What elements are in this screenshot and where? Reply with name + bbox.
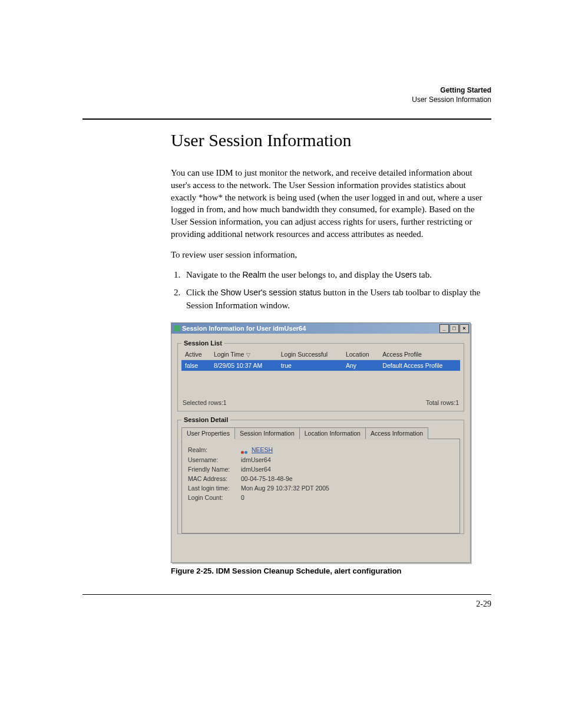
realm-link[interactable]: NEESH — [252, 446, 273, 453]
col-location[interactable]: Location — [342, 349, 379, 360]
cell-access-profile: Default Access Profile — [379, 360, 460, 371]
tab-user-properties[interactable]: User Properties — [181, 427, 235, 439]
running-header-topic: User Session Information — [412, 95, 491, 104]
selected-rows: Selected rows:1 — [183, 399, 227, 406]
col-access-profile[interactable]: Access Profile — [379, 349, 460, 360]
steps-list: Navigate to the Realm the user belongs t… — [171, 269, 491, 312]
tab-location-information[interactable]: Location Information — [299, 427, 366, 439]
prop-username-label: Username: — [188, 456, 241, 463]
prop-lastlogin-label: Last login time: — [188, 485, 241, 492]
titlebar[interactable]: Session Information for User idmUser64 _… — [171, 323, 470, 334]
minimize-button[interactable]: _ — [439, 324, 449, 333]
prop-lastlogin-value: Mon Aug 29 10:37:32 PDT 2005 — [241, 485, 329, 492]
page-number: 2-29 — [82, 599, 491, 609]
session-list-legend: Session List — [181, 340, 224, 347]
ui-ref-users: Users — [395, 270, 417, 279]
running-header-section: Getting Started — [440, 86, 491, 94]
rule-top — [82, 118, 491, 120]
cell-active: false — [181, 360, 210, 371]
tab-session-information[interactable]: Session Information — [234, 427, 300, 439]
users-icon — [241, 448, 249, 454]
session-detail-legend: Session Detail — [181, 416, 230, 423]
prop-friendly-label: Friendly Name: — [188, 466, 241, 473]
intro-paragraph: You can use IDM to just monitor the netw… — [171, 167, 491, 240]
col-login-time[interactable]: Login Time▽ — [210, 349, 277, 360]
prop-username-value: idmUser64 — [241, 456, 271, 463]
cell-login-time: 8/29/05 10:37 AM — [210, 360, 277, 371]
cell-location: Any — [342, 360, 379, 371]
col-active[interactable]: Active — [181, 349, 210, 360]
ui-ref-realm: Realm — [242, 270, 266, 279]
step-2: Click the Show User's session status but… — [183, 286, 491, 312]
prop-logincount-value: 0 — [241, 494, 244, 501]
prop-friendly-value: idmUser64 — [241, 466, 271, 473]
detail-tabs: User Properties Session Information Loca… — [181, 427, 460, 439]
rule-bottom — [82, 594, 491, 595]
lead-in-paragraph: To review user session information, — [171, 249, 491, 261]
session-list-table[interactable]: Active Login Time▽ Login Successful Loca… — [181, 349, 460, 371]
prop-mac-label: MAC Address: — [188, 475, 241, 482]
running-header: Getting Started User Session Information — [82, 85, 491, 104]
window-title: Session Information for User idmUser64 — [182, 325, 306, 332]
step-1: Navigate to the Realm the user belongs t… — [183, 269, 491, 282]
session-detail-group: Session Detail User Properties Session I… — [177, 416, 464, 533]
prop-mac-value: 00-04-75-18-48-9e — [241, 475, 293, 482]
session-list-group: Session List Active Login Time▽ Login Su… — [177, 340, 464, 411]
cell-login-successful: true — [277, 360, 342, 371]
sort-desc-icon: ▽ — [244, 352, 250, 358]
prop-logincount-label: Login Count: — [188, 494, 241, 501]
total-rows: Total rows:1 — [426, 399, 459, 406]
prop-realm-label: Realm: — [188, 446, 241, 453]
app-icon — [174, 325, 180, 331]
tab-panel-user-properties: Realm: NEESH Username: idmUser64 Friendl… — [181, 439, 460, 533]
col-login-successful[interactable]: Login Successful — [277, 349, 342, 360]
tab-access-information[interactable]: Access Information — [365, 427, 428, 439]
page-title: User Session Information — [171, 130, 491, 150]
table-row[interactable]: false 8/29/05 10:37 AM true Any Default … — [181, 360, 460, 371]
session-info-window: Session Information for User idmUser64 _… — [171, 322, 471, 562]
maximize-button[interactable]: □ — [449, 324, 459, 333]
figure-caption: Figure 2-25. IDM Session Cleanup Schedul… — [171, 566, 491, 575]
ui-ref-show-session: Show User's session status — [220, 288, 321, 297]
close-button[interactable]: × — [459, 324, 469, 333]
